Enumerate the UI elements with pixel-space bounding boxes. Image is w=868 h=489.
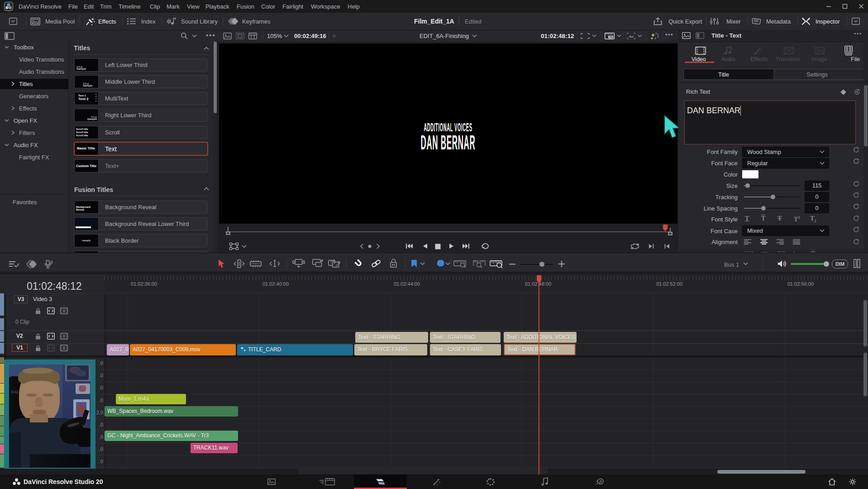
svg-text:HQ: HQ	[609, 35, 613, 38]
